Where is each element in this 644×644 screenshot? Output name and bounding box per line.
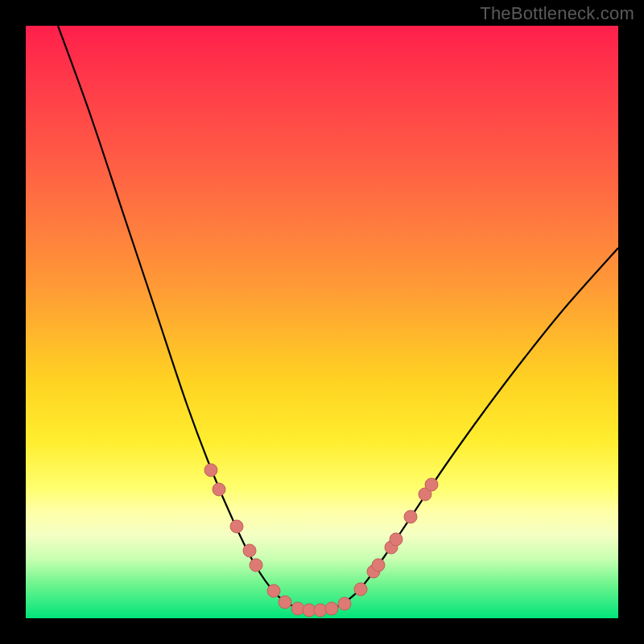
curve-marker bbox=[325, 602, 338, 615]
curve-marker bbox=[250, 559, 262, 572]
curve-marker bbox=[267, 584, 280, 597]
curve-marker bbox=[213, 483, 225, 496]
curve-marker bbox=[404, 510, 417, 523]
curve-marker bbox=[390, 533, 402, 546]
plot-area bbox=[26, 26, 618, 618]
curve-marker bbox=[354, 583, 367, 596]
curve-marker bbox=[204, 464, 217, 477]
curve-svg bbox=[26, 26, 618, 618]
bottleneck-curve bbox=[58, 26, 618, 611]
curve-marker bbox=[230, 520, 243, 533]
curve-marker bbox=[372, 559, 385, 572]
curve-marker bbox=[425, 478, 438, 491]
curve-marker bbox=[291, 602, 304, 615]
curve-marker bbox=[243, 544, 256, 557]
curve-marker bbox=[338, 597, 351, 610]
watermark-text: TheBottleneck.com bbox=[480, 3, 634, 24]
curve-marker bbox=[314, 604, 327, 617]
marker-group bbox=[204, 464, 438, 617]
curve-marker bbox=[279, 596, 291, 609]
chart-frame: TheBottleneck.com bbox=[0, 0, 644, 644]
